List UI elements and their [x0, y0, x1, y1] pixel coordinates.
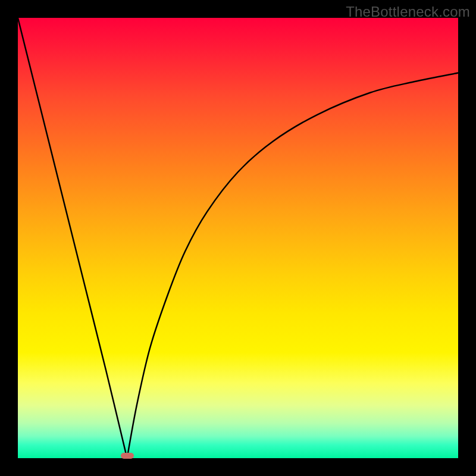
vertex-marker — [121, 453, 134, 459]
chart-frame: TheBottleneck.com — [0, 0, 476, 476]
curve-left — [18, 18, 127, 458]
curve-svg — [18, 18, 458, 458]
plot-area — [18, 18, 458, 458]
curve-right — [127, 73, 458, 459]
